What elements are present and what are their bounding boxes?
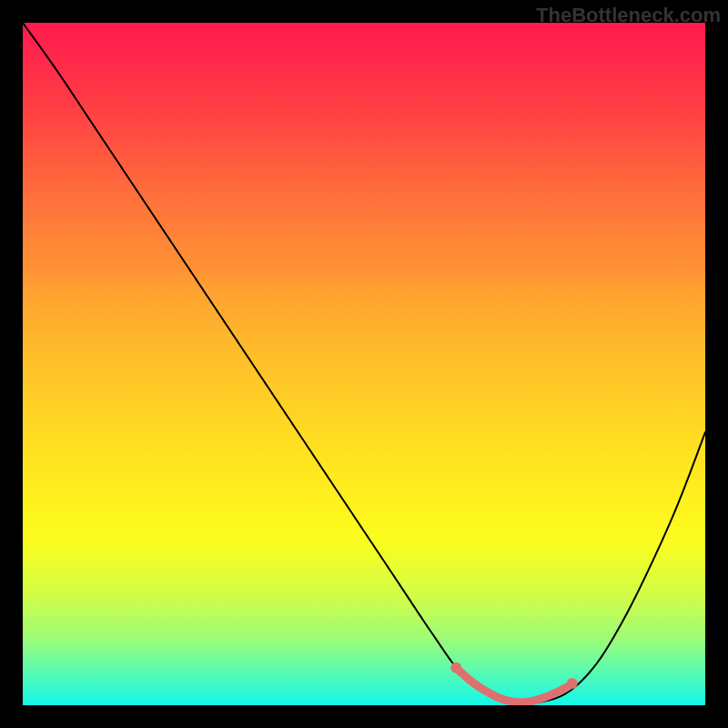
bottleneck-plot bbox=[23, 23, 705, 705]
curve-canvas bbox=[23, 23, 705, 705]
watermark-text: TheBottleneck.com bbox=[536, 4, 721, 27]
